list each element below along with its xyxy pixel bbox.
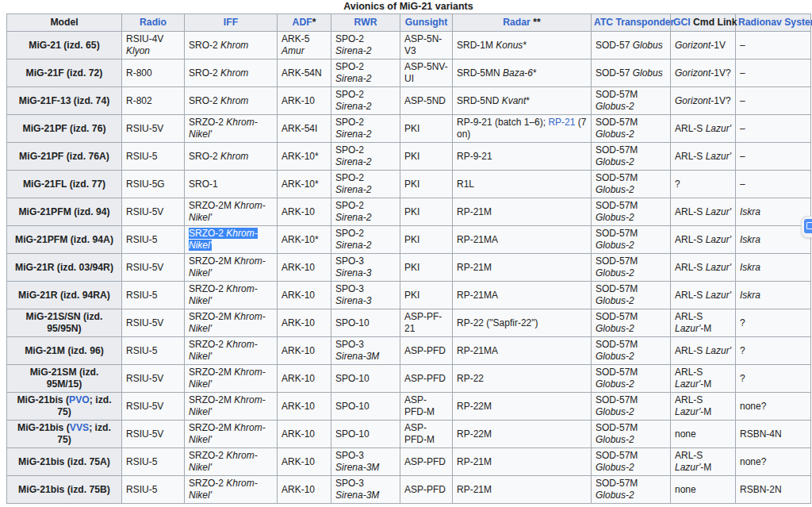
atc-transponder-cell: SOD-57M Globus-2	[592, 87, 671, 115]
column-header-gci-cmd-link: GCI Cmd Link	[671, 14, 736, 32]
table-row: MiG-21S/SN (izd. 95/95N)RSIU-5VSRZO-2M K…	[7, 309, 811, 337]
gci-cmd-link-cell: Gorizont-1V?	[671, 87, 736, 115]
radionav-system-cell: ?	[736, 365, 811, 393]
rwr-cell: SPO-10	[331, 421, 400, 448]
iff-cell: SRZO-2 Khrom-Nikel'	[185, 448, 278, 476]
wiki-link[interactable]: RWR	[354, 17, 377, 28]
column-header-radar: Radar **	[453, 14, 592, 32]
atc-transponder-cell: SOD-57 Globus	[592, 32, 671, 60]
atc-transponder-cell: SOD-57 Globus	[592, 60, 671, 87]
wiki-link[interactable]: VVS	[70, 422, 89, 433]
gunsight-cell: ASP-5N-V3	[400, 32, 453, 60]
wiki-link[interactable]: IFF	[224, 17, 238, 28]
gci-cmd-link-cell: ARL-S Lazur'	[671, 254, 736, 282]
gunsight-cell: ASP-PFD-M	[400, 393, 453, 421]
gunsight-cell: PKI	[400, 115, 453, 143]
rwr-cell: SPO-2 Sirena-2	[331, 226, 400, 254]
radionav-system-cell: Iskra	[736, 282, 811, 309]
radionav-system-cell: ?	[736, 337, 811, 365]
wiki-link[interactable]: Gunsight	[405, 17, 447, 28]
radar-cell: RP-21M	[453, 476, 592, 504]
model-cell: MiG-21PF (izd. 76A)	[7, 143, 122, 171]
atc-transponder-cell: SOD-57M Globus-2	[592, 198, 671, 226]
atc-transponder-cell: SOD-57M Globus-2	[592, 282, 671, 309]
text-selection: SRZO-2 Khrom-Nikel'	[189, 228, 258, 251]
model-cell: MiG-21F-13 (izd. 74)	[7, 87, 122, 115]
radio-cell: RSIU-5	[122, 448, 185, 476]
adf-cell: ARK-10	[278, 476, 331, 504]
radionav-system-cell: –	[736, 115, 811, 143]
radionav-system-cell: none?	[736, 448, 811, 476]
model-cell: MiG-21bis (VVS; izd. 75)	[7, 421, 122, 448]
radar-cell: RP-21MA	[453, 226, 592, 254]
floating-extension-button[interactable]	[801, 216, 812, 238]
radio-cell: RSIU-5	[122, 476, 185, 504]
iff-cell: SRO-1	[185, 171, 278, 198]
model-cell: MiG-21F (izd. 72)	[7, 60, 122, 87]
gci-cmd-link-cell: none	[671, 421, 736, 448]
table-row: MiG-21bis (VVS; izd. 75)RSIU-5VSRZO-2M K…	[7, 421, 811, 448]
adf-cell: ARK-10*	[278, 171, 331, 198]
table-row: MiG-21FL (izd. 77)RSIU-5GSRO-1ARK-10*SPO…	[7, 171, 811, 198]
table-row: MiG-21F-13 (izd. 74)R-802SRO-2 KhromARK-…	[7, 87, 811, 115]
model-cell: MiG-21FL (izd. 77)	[7, 171, 122, 198]
iff-cell: SRO-2 Khrom	[185, 87, 278, 115]
iff-cell: SRZO-2M Khrom-Nikel'	[185, 393, 278, 421]
radionav-system-cell: RSBN-4N	[736, 421, 811, 448]
wiki-link[interactable]: GCI	[673, 17, 691, 28]
radio-cell: RSIU-5V	[122, 393, 185, 421]
gci-cmd-link-cell: ARL-S Lazur'	[671, 198, 736, 226]
radar-cell: SRD-1M Konus*	[453, 32, 592, 60]
radar-cell: RP-21MA	[453, 337, 592, 365]
radar-cell: RP-22M	[453, 421, 592, 448]
radar-cell: RP-21M	[453, 198, 592, 226]
table-caption: Avionics of MiG-21 variants	[6, 1, 810, 12]
wiki-link[interactable]: Radar	[503, 17, 530, 28]
column-header-radio: Radio	[122, 14, 185, 32]
radionav-system-cell: RSBN-2N	[736, 476, 811, 504]
extension-glyph-icon	[806, 222, 812, 229]
radio-cell: RSIU-5V	[122, 254, 185, 282]
iff-cell: SRZO-2 Khrom-Nikel'	[185, 476, 278, 504]
gunsight-cell: PKI	[400, 171, 453, 198]
adf-cell: ARK-10	[278, 365, 331, 393]
model-cell: MiG-21SM (izd. 95M/15)	[7, 365, 122, 393]
rwr-cell: SPO-2 Sirena-2	[331, 32, 400, 60]
table-row: MiG-21bis (izd. 75B)RSIU-5SRZO-2 Khrom-N…	[7, 476, 811, 504]
rwr-cell: SPO-10	[331, 365, 400, 393]
column-header-model: Model	[7, 14, 122, 32]
table-row: MiG-21PFM (izd. 94)RSIU-5VSRZO-2M Khrom-…	[7, 198, 811, 226]
iff-cell: SRZO-2M Khrom-Nikel'	[185, 198, 278, 226]
atc-transponder-cell: SOD-57M Globus-2	[592, 337, 671, 365]
gci-cmd-link-cell: ARL-S Lazur'-M	[671, 448, 736, 476]
table-row: MiG-21F (izd. 72)R-800SRO-2 KhromARK-54N…	[7, 60, 811, 87]
gci-cmd-link-cell: ARL-S Lazur'	[671, 143, 736, 171]
gci-cmd-link-cell: ARL-S Lazur'-M	[671, 365, 736, 393]
wiki-link[interactable]: ADF	[293, 17, 312, 28]
radar-cell: SRD-5MN Baza-6*	[453, 60, 592, 87]
gci-cmd-link-cell: ARL-S Lazur'	[671, 282, 736, 309]
wiki-link[interactable]: RP-21	[548, 117, 575, 128]
gunsight-cell: PKI	[400, 143, 453, 171]
radionav-system-cell: Iskra	[736, 254, 811, 282]
adf-cell: ARK-10*	[278, 143, 331, 171]
model-cell: MiG-21S/SN (izd. 95/95N)	[7, 309, 122, 337]
iff-cell: SRO-2 Khrom	[185, 32, 278, 60]
table-row: MiG-21R (izd. 94RA)RSIU-5SRZO-2 Khrom-Ni…	[7, 282, 811, 309]
atc-transponder-cell: SOD-57M Globus-2	[592, 143, 671, 171]
rwr-cell: SPO-2 Sirena-2	[331, 60, 400, 87]
atc-transponder-cell: SOD-57M Globus-2	[592, 365, 671, 393]
model-cell: MiG-21PFM (izd. 94A)	[7, 226, 122, 254]
adf-cell: ARK-54I	[278, 115, 331, 143]
wiki-link[interactable]: Radionav System	[738, 17, 812, 28]
iff-cell: SRZO-2 Khrom-Nikel'	[185, 282, 278, 309]
wiki-link[interactable]: Radio	[140, 17, 167, 28]
wiki-link[interactable]: ATC Transponder	[594, 17, 674, 28]
iff-cell: SRZO-2 Khrom-Nikel'	[185, 337, 278, 365]
atc-transponder-cell: SOD-57M Globus-2	[592, 448, 671, 476]
adf-cell: ARK-54N	[278, 60, 331, 87]
wiki-link[interactable]: PVO	[69, 394, 90, 405]
gci-cmd-link-cell: ?	[671, 171, 736, 198]
adf-cell: ARK-10	[278, 421, 331, 448]
table-row: MiG-21R (izd. 03/94R)RSIU-5VSRZO-2M Khro…	[7, 254, 811, 282]
